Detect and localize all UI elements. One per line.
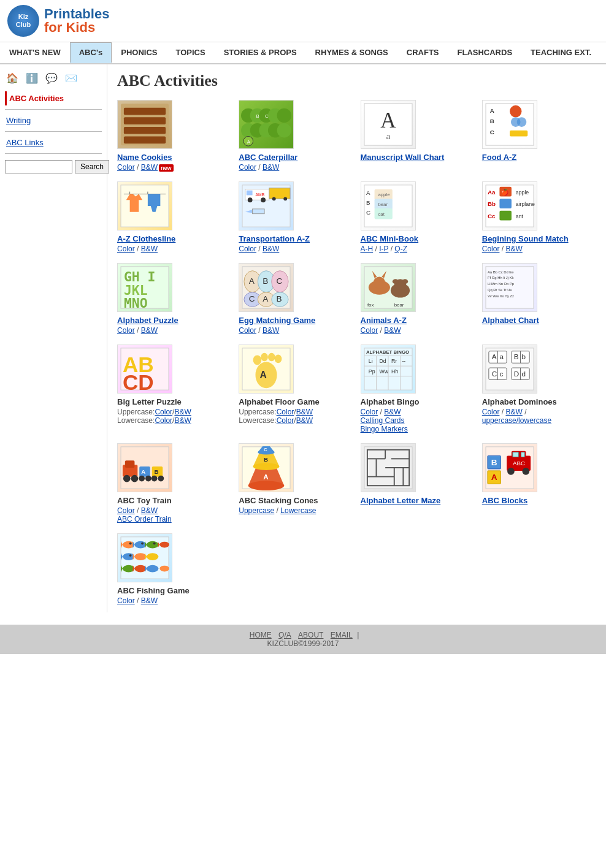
link-bw[interactable]: B&W: [384, 408, 401, 416]
thumb-manuscript[interactable]: A a: [361, 100, 416, 149]
link-color[interactable]: Color: [117, 506, 135, 515]
thumb-animals-az[interactable]: fox bear: [361, 263, 416, 312]
nav-topics[interactable]: TOPICS: [166, 42, 214, 63]
link-bw[interactable]: B&W: [384, 326, 401, 335]
link-color[interactable]: Color: [361, 408, 378, 416]
nav-crafts[interactable]: CRAFTS: [397, 42, 448, 63]
title-manuscript[interactable]: Manuscript Wall Chart: [361, 153, 445, 162]
thumb-abc-caterpillar[interactable]: A B C: [239, 100, 294, 149]
link-lowercase-color[interactable]: Color: [277, 416, 294, 425]
title-food-az[interactable]: Food A-Z: [482, 153, 517, 162]
link-lowercase-bw[interactable]: B&W: [174, 416, 191, 425]
link-calling-cards[interactable]: Calling Cards: [361, 416, 405, 425]
link-color[interactable]: Color: [117, 163, 135, 172]
link-bw[interactable]: B&W: [263, 163, 279, 172]
thumb-food-az[interactable]: A B C: [482, 100, 537, 149]
link-bw[interactable]: B&W: [505, 408, 522, 416]
link-color[interactable]: Color: [117, 245, 135, 253]
footer-link-home[interactable]: HOME: [250, 631, 272, 639]
link-lowercase-bw[interactable]: B&W: [296, 416, 313, 425]
link-bw[interactable]: B&W: [141, 326, 158, 335]
link-uppercase-bw[interactable]: B&W: [296, 408, 313, 416]
nav-abcs[interactable]: ABC's: [70, 42, 112, 63]
title-alphabet-puzzle[interactable]: Alphabet Puzzle: [117, 316, 178, 325]
sidebar-item-abc-links[interactable]: ABC Links: [5, 135, 102, 150]
nav-phonics[interactable]: PHONICS: [112, 42, 166, 63]
thumb-transport[interactable]: AMB bus: [239, 181, 294, 230]
title-alphabet-chart[interactable]: Alphabet Chart: [482, 316, 539, 325]
link-bw[interactable]: B&W: [505, 245, 522, 253]
link-uppercase-lowercase[interactable]: uppercase/lowercase: [482, 416, 551, 425]
thumb-alphabet-floor[interactable]: A: [239, 345, 294, 394]
link-abc-order-train[interactable]: ABC Order Train: [117, 515, 172, 523]
thumb-alphabet-puzzle[interactable]: GH I JKL MNO: [117, 263, 172, 312]
link-color[interactable]: Color: [482, 408, 500, 416]
title-name-cookies[interactable]: Name Cookies: [117, 153, 172, 162]
home-icon[interactable]: 🏠: [5, 70, 20, 85]
title-abc-minibook[interactable]: ABC Mini-Book: [361, 234, 419, 243]
title-beginning-sound[interactable]: Begining Sound Match: [482, 234, 569, 243]
nav-flashcards[interactable]: FLASHCARDS: [448, 42, 522, 63]
link-bw[interactable]: B&W: [263, 326, 279, 335]
info-icon[interactable]: ℹ️: [25, 70, 39, 85]
thumb-name-cookies[interactable]: [117, 100, 172, 149]
thumb-abc-toy-train[interactable]: A B: [117, 443, 172, 492]
title-egg-matching[interactable]: Egg Matching Game: [239, 316, 315, 325]
link-bw[interactable]: B&W: [141, 245, 158, 253]
link-color[interactable]: Color: [117, 596, 135, 605]
link-uppercase[interactable]: Uppercase: [239, 506, 274, 515]
title-abc-caterpillar[interactable]: ABC Caterpillar: [239, 153, 297, 162]
thumb-alphabet-maze[interactable]: [361, 443, 416, 492]
title-az-clothesline[interactable]: A-Z Clothesline: [117, 234, 175, 243]
link-color[interactable]: Color: [482, 245, 500, 253]
link-lowercase[interactable]: Lowercase: [280, 506, 316, 515]
link-color[interactable]: Color: [239, 163, 256, 172]
link-color[interactable]: Color: [239, 326, 256, 335]
svg-text:ant: ant: [516, 213, 524, 219]
link-bw[interactable]: B&W: [263, 245, 279, 253]
title-abc-blocks[interactable]: ABC Blocks: [482, 496, 527, 505]
link-color[interactable]: Color: [117, 326, 135, 335]
nav-rhymes[interactable]: RHYMES & SONGS: [306, 42, 397, 63]
thumb-egg-matching[interactable]: A B C C A B: [239, 263, 294, 312]
nav-stories[interactable]: STORIES & PROPS: [215, 42, 306, 63]
link-qz[interactable]: Q-Z: [394, 245, 407, 253]
thumb-abc-blocks[interactable]: ABC A B: [482, 443, 537, 492]
link-uppercase-color[interactable]: Color: [155, 408, 172, 416]
nav-whats-new[interactable]: WHAT'S NEW: [0, 42, 70, 63]
footer-link-qa[interactable]: Q/A: [278, 631, 291, 639]
thumb-big-letter-puzzle[interactable]: AB CD: [117, 345, 172, 394]
thumb-alphabet-dominoes[interactable]: A a B b C c: [482, 345, 537, 394]
thumb-beginning-sound[interactable]: Aa 🍎 Bb Cc apple airplane ant: [482, 181, 537, 230]
link-bw[interactable]: B&W: [141, 163, 158, 172]
link-color[interactable]: Color: [239, 245, 256, 253]
logo[interactable]: KizClub Printables for Kids: [7, 5, 109, 37]
link-ip[interactable]: I-P: [379, 245, 388, 253]
comment-icon[interactable]: 💬: [44, 70, 59, 85]
thumb-abc-minibook[interactable]: A B C apple bear cat: [361, 181, 416, 230]
title-animals-az[interactable]: Animals A-Z: [361, 316, 407, 325]
title-alphabet-maze[interactable]: Alphabet Letter Maze: [361, 496, 441, 505]
link-lowercase-color[interactable]: Color: [155, 416, 172, 425]
footer-link-email[interactable]: EMAIL: [331, 631, 353, 639]
search-button[interactable]: Search: [75, 160, 109, 173]
link-bw[interactable]: B&W: [141, 506, 158, 515]
link-bw[interactable]: B&W: [141, 596, 158, 605]
link-uppercase-bw[interactable]: B&W: [174, 408, 191, 416]
thumb-abc-fishing[interactable]: [117, 533, 172, 582]
sidebar-item-abc-activities[interactable]: ABC Activities: [5, 91, 102, 105]
link-uppercase-color[interactable]: Color: [277, 408, 294, 416]
footer-link-about[interactable]: ABOUT: [298, 631, 323, 639]
thumb-abc-stacking-cones[interactable]: A B C: [239, 443, 294, 492]
thumb-alphabet-chart[interactable]: Aa Bb Cc Dd Ee Ff Gg Hh Ii Jj Kk Ll Mm N…: [482, 263, 537, 312]
link-ah[interactable]: A-H: [361, 245, 374, 253]
email-icon[interactable]: ✉️: [64, 70, 79, 85]
title-transport[interactable]: Transportation A-Z: [239, 234, 310, 243]
link-color[interactable]: Color: [361, 326, 378, 335]
link-bingo-markers[interactable]: Bingo Markers: [361, 425, 408, 433]
search-input[interactable]: [5, 160, 72, 173]
thumb-alphabet-bingo[interactable]: ALPHABET BINGO Li Dd Rr -- Pp Ww: [361, 345, 416, 394]
nav-teaching[interactable]: TEACHING EXT.: [521, 42, 606, 63]
thumb-az-clothesline[interactable]: [117, 181, 172, 230]
sidebar-item-writing[interactable]: Writing: [5, 113, 102, 128]
